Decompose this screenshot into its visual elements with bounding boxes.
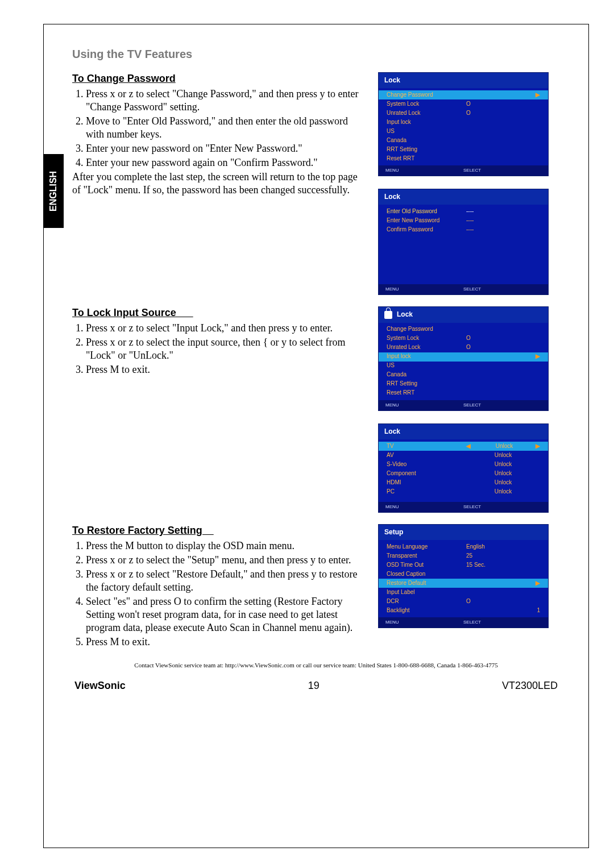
contact-line: Contact ViewSonic service team at: http:… — [72, 661, 560, 669]
osd-row[interactable]: US — [379, 362, 548, 371]
osd-row[interactable]: Change Password — [379, 325, 548, 334]
osd-row[interactable]: Backlight1 — [379, 606, 548, 615]
osd-row[interactable]: HDMIUnlock — [379, 478, 548, 487]
osd-title: Setup — [379, 525, 548, 540]
section-lock-input-source: To Lock Input Source Press x or z to sel… — [72, 306, 560, 513]
osd-setup: Setup Menu LanguageEnglish Transparent25… — [378, 524, 549, 628]
osd-row[interactable]: Reset RRT — [379, 389, 548, 398]
osd-label: US — [387, 362, 466, 369]
osd-foot-right: SELECT — [463, 620, 481, 625]
osd-row[interactable]: US — [379, 127, 548, 136]
arrow-right-icon: ▶ — [536, 353, 540, 360]
sub-header-change-password: To Change Password — [72, 72, 362, 85]
osd-label: Enter New Password — [387, 217, 466, 225]
osd-value: O — [466, 101, 540, 108]
osd-body: Menu LanguageEnglish Transparent25 OSD T… — [379, 540, 548, 617]
osd-lock-inputselect: Lock Change Password System LockO Unrate… — [378, 306, 549, 410]
page: ENGLISH Using the TV Features To Change … — [43, 24, 589, 848]
osd-label: Reset RRT — [387, 389, 466, 397]
osd-row[interactable]: RRT Setting — [379, 380, 548, 389]
osd-label: DCR — [387, 598, 466, 605]
osd-label: US — [387, 128, 466, 135]
osd-label: Input lock — [387, 353, 466, 360]
arrow-left-icon: ◀ — [466, 443, 471, 450]
osd-row[interactable]: Enter Old Password---- — [379, 207, 548, 216]
osd-row[interactable]: ComponentUnlock — [379, 469, 548, 478]
text-column: To Lock Input Source Press x or z to sel… — [72, 306, 362, 377]
osd-row[interactable]: Unrated LockO — [379, 109, 548, 118]
osd-lock-sources: Lock TV◀Unlock▶ AVUnlock S-VideoUnlock C… — [378, 423, 549, 513]
step: Select "es" and press O to confirm the s… — [86, 595, 362, 634]
osd-row[interactable]: Unrated LockO — [379, 343, 548, 352]
osd-row[interactable]: Transparent25 — [379, 551, 548, 560]
step: Press the M button to display the OSD ma… — [86, 539, 362, 553]
section-header: Using the TV Features — [72, 47, 560, 62]
page-footer: ViewSonic 19 VT2300LED — [72, 679, 560, 692]
osd-row[interactable]: Canada — [379, 136, 548, 145]
osd-row[interactable]: Restore Default▶ — [379, 579, 548, 588]
osd-foot-right: SELECT — [463, 168, 481, 173]
osd-lock-password: Lock Enter Old Password---- Enter New Pa… — [378, 189, 549, 295]
step: Enter your new password again on "Confir… — [86, 156, 362, 169]
osd-foot-left: MENU — [385, 504, 463, 510]
osd-row[interactable]: PCUnlock — [379, 487, 548, 496]
step: Press x or z to select the "Setup" menu,… — [86, 554, 362, 567]
osd-label: Menu Language — [387, 543, 466, 551]
osd-foot-left: MENU — [385, 286, 463, 292]
osd-row[interactable]: RRT Setting — [379, 145, 548, 154]
osd-label: Input Label — [387, 589, 466, 596]
brand-name: ViewSonic — [74, 679, 126, 692]
osd-foot-right: SELECT — [463, 504, 481, 510]
lock-icon — [384, 311, 392, 319]
osd-row[interactable]: System LockO — [379, 99, 548, 109]
osd-row[interactable]: TV◀Unlock▶ — [379, 442, 548, 451]
osd-label: RRT Setting — [387, 380, 466, 388]
osd-footer: MENUSELECT — [379, 400, 548, 410]
osd-row[interactable]: Closed Caption — [379, 570, 548, 579]
osd-row[interactable]: Change Password▶ — [379, 90, 548, 99]
step: Press x or z to select "Input Lock," and… — [86, 322, 362, 335]
osd-value: ---- — [466, 208, 540, 215]
osd-value: Unlock — [473, 443, 536, 450]
osd-value: Unlock — [466, 461, 540, 468]
osd-label: Component — [387, 470, 466, 477]
osd-row[interactable]: Canada — [379, 371, 548, 380]
osd-label: Change Password — [387, 326, 466, 333]
model-number: VT2300LED — [502, 679, 558, 692]
osd-label: TV — [387, 443, 466, 450]
osd-value: O — [466, 110, 540, 117]
osd-title: Lock — [379, 424, 548, 439]
osd-value: 15 Sec. — [466, 562, 540, 569]
osd-footer: MENUSELECT — [379, 502, 548, 512]
osd-row[interactable]: System LockO — [379, 334, 548, 343]
osd-value: O — [466, 335, 540, 342]
osd-body: TV◀Unlock▶ AVUnlock S-VideoUnlock Compon… — [379, 439, 548, 502]
text-column: To Restore Factory Setting Press the M b… — [72, 524, 362, 650]
text-column: To Change Password Press x or z to selec… — [72, 72, 362, 197]
osd-row[interactable]: Input lock — [379, 118, 548, 127]
osd-row[interactable]: Input lock▶ — [379, 352, 548, 362]
osd-foot-right: SELECT — [463, 402, 481, 408]
osd-row[interactable]: DCRO — [379, 597, 548, 606]
osd-value: 1 — [466, 607, 540, 614]
osd-row[interactable]: AVUnlock — [379, 451, 548, 460]
osd-row[interactable]: Input Label — [379, 588, 548, 597]
osd-row[interactable]: Menu LanguageEnglish — [379, 542, 548, 551]
osd-row[interactable]: Confirm Password---- — [379, 225, 548, 234]
osd-value: Unlock — [466, 452, 540, 459]
osd-row[interactable]: Reset RRT — [379, 154, 548, 163]
osd-label: Change Password — [387, 92, 466, 99]
page-number: 19 — [308, 679, 320, 692]
step: Press M to exit. — [86, 636, 362, 649]
osd-value: ---- — [466, 217, 540, 225]
osd-footer: MENUSELECT — [379, 165, 548, 176]
step: Press x or z to select "Restore Default,… — [86, 568, 362, 594]
osd-row[interactable]: Enter New Password---- — [379, 216, 548, 225]
arrow-right-icon: ▶ — [536, 92, 540, 99]
osd-label: System Lock — [387, 335, 466, 342]
osd-row[interactable]: S-VideoUnlock — [379, 460, 548, 469]
osd-body: Change Password System LockO Unrated Loc… — [379, 323, 548, 400]
osd-title-text: Lock — [397, 310, 413, 319]
osd-row[interactable]: OSD Time Out15 Sec. — [379, 560, 548, 570]
osd-value: Unlock — [466, 479, 540, 487]
